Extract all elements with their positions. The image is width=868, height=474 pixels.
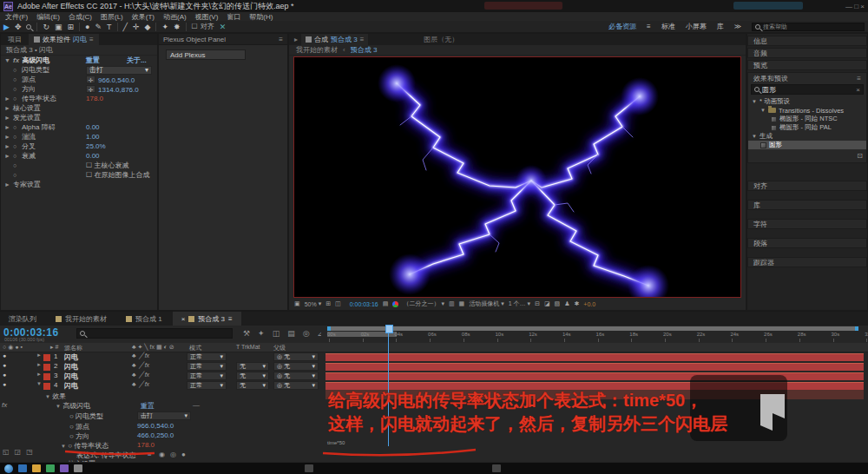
- tree-preset-pal[interactable]: 椭圆形 - 同始 PAL: [748, 123, 866, 132]
- direction-point-button[interactable]: ✛: [86, 85, 95, 93]
- clone-stamp-tool-icon[interactable]: ✛: [133, 22, 140, 32]
- tab-precomp-1[interactable]: 预合成 1: [117, 312, 171, 326]
- lightning-type-dropdown[interactable]: 击打▾: [137, 411, 191, 420]
- origin-value[interactable]: 966.0,540.0: [137, 422, 174, 430]
- conductivity-value[interactable]: 178.0: [86, 95, 103, 102]
- effect-reset-link[interactable]: 重置: [86, 56, 100, 65]
- workspace-essentials[interactable]: 必备资源: [608, 22, 636, 31]
- row-expert-settings[interactable]: ►专家设置: [1, 180, 157, 189]
- taskbar-app-icon[interactable]: [18, 464, 27, 472]
- layer-color-chip[interactable]: [43, 354, 50, 361]
- expand-modes-toggle-icon[interactable]: ◲: [15, 448, 22, 456]
- composition-viewer[interactable]: [293, 56, 741, 298]
- column-parent[interactable]: 父级: [273, 344, 286, 352]
- pan-behind-tool-icon[interactable]: ⊞: [68, 22, 75, 32]
- eraser-tool-icon[interactable]: ◆: [145, 22, 151, 32]
- composition-mini-flowchart-icon[interactable]: ⚒: [243, 329, 250, 338]
- trkmat-dropdown[interactable]: 无▾: [236, 381, 269, 390]
- tab-precomp-3[interactable]: ×预合成 3 ≡: [173, 312, 241, 326]
- tab-composition[interactable]: 合成 预合成 3 ≡: [301, 34, 368, 45]
- timeline-search-input[interactable]: [76, 328, 233, 339]
- row-effects-group[interactable]: ▼ 效果: [45, 392, 66, 401]
- panel-menu-icon[interactable]: ≡: [279, 36, 283, 43]
- grid-options-icon[interactable]: ⊞: [326, 300, 331, 307]
- direction-value[interactable]: 1314.0,876.0: [98, 86, 139, 94]
- trkmat-dropdown[interactable]: 无▾: [236, 362, 269, 371]
- draft-3d-icon[interactable]: ✦: [258, 329, 265, 338]
- origin-point-button[interactable]: ✛: [86, 76, 95, 83]
- mode-dropdown[interactable]: 正常▾: [187, 352, 227, 361]
- workspace-menu-icon[interactable]: ≡: [647, 23, 651, 30]
- effect-about-link[interactable]: 关于...: [127, 56, 147, 65]
- tab-effect-controls[interactable]: 效果控件 闪电 ≡: [29, 34, 99, 45]
- forking-value[interactable]: 25.0%: [86, 142, 106, 150]
- camera-tool-icon[interactable]: ▣: [55, 22, 62, 32]
- zoom-tool-icon[interactable]: [26, 22, 31, 32]
- menu-composition[interactable]: 合成(C): [69, 12, 92, 22]
- column-source-name[interactable]: 源名称: [64, 344, 82, 352]
- viewer-timecode[interactable]: 0:00:03:16: [350, 301, 378, 307]
- trkmat-dropdown[interactable]: 无▾: [236, 372, 269, 380]
- expander-icon[interactable]: ►: [4, 143, 13, 149]
- expression-pickwhip-icon[interactable]: ◎: [170, 451, 176, 458]
- tree-effect-circle[interactable]: 圆形: [748, 141, 866, 149]
- menu-file[interactable]: 文件(F): [5, 12, 28, 22]
- expand-layers-toggle-icon[interactable]: ◱: [3, 448, 10, 456]
- transparency-grid-icon[interactable]: ▦: [459, 300, 465, 307]
- eye-icon[interactable]: ●: [3, 362, 6, 368]
- workspace-overflow-icon[interactable]: ≫: [734, 23, 741, 30]
- layer-row-2[interactable]: ● ► 2 闪电 ♣ ╱ fx 正常▾ 无▾ ◎ 无▾: [0, 362, 868, 372]
- tree-animation-presets[interactable]: ▼* 动画预设: [748, 97, 866, 106]
- row-glow-settings[interactable]: ►发光设置: [1, 113, 157, 122]
- parent-dropdown[interactable]: ◎ 无▾: [273, 381, 319, 390]
- new-folder-icon[interactable]: ⊡: [857, 152, 863, 162]
- fast-preview-icon[interactable]: ◪: [544, 300, 550, 307]
- decay-value[interactable]: 0.00: [86, 152, 100, 160]
- menu-effect[interactable]: 效果(T): [132, 12, 155, 22]
- reset-link[interactable]: 重置: [141, 401, 155, 411]
- column-trkmat[interactable]: T TrkMat: [236, 344, 260, 350]
- direction-value[interactable]: 466.0,250.0: [137, 431, 174, 439]
- panel-menu-icon[interactable]: ≡: [89, 36, 94, 43]
- panel-paragraph[interactable]: 段落: [747, 238, 867, 248]
- layer-color-chip[interactable]: [43, 364, 50, 371]
- eye-icon[interactable]: ●: [3, 352, 6, 359]
- panel-preview[interactable]: 预览: [747, 60, 867, 70]
- workspace-small-screen[interactable]: 小屏幕: [686, 22, 707, 31]
- composite-on-original-checkbox[interactable]: ☐ 在原始图像上合成: [86, 170, 149, 180]
- exposure-gear-icon[interactable]: ✱: [574, 300, 579, 307]
- type-tool-icon[interactable]: T: [107, 22, 112, 32]
- timeline-navigator[interactable]: [327, 326, 858, 331]
- main-core-decay-checkbox[interactable]: ☐ 主核心衰减: [86, 161, 128, 170]
- tree-preset-ntsc[interactable]: 椭圆形 - 同始 NTSC: [748, 115, 866, 123]
- time-ruler[interactable]: 00s02s04s06s08s10s12s14s16s18s20s22s24s2…: [321, 326, 868, 343]
- row-core-settings[interactable]: ►核心设置: [1, 103, 157, 113]
- menu-help[interactable]: 帮助(H): [249, 12, 273, 22]
- panel-menu-icon[interactable]: ≡: [857, 75, 861, 82]
- expand-inout-toggle-icon[interactable]: ◳: [26, 448, 33, 456]
- expander-icon[interactable]: ►: [36, 362, 42, 367]
- hand-tool-icon[interactable]: ✥: [15, 22, 22, 32]
- expander-icon[interactable]: ►: [4, 95, 13, 102]
- layer-duration-bar[interactable]: [326, 353, 864, 361]
- layer-duration-bar[interactable]: [326, 363, 864, 371]
- mode-dropdown[interactable]: 正常▾: [187, 372, 227, 380]
- roto-brush-tool-icon[interactable]: ✦: [161, 22, 168, 32]
- panel-align[interactable]: 对齐: [747, 181, 867, 191]
- effects-search-input[interactable]: 圆形 ×: [751, 84, 864, 95]
- alpha-obstacle-value[interactable]: 0.00: [86, 123, 100, 131]
- help-search-input[interactable]: 搜索帮助: [752, 23, 865, 31]
- menu-edit[interactable]: 编辑(E): [36, 12, 60, 22]
- pixel-aspect-icon[interactable]: ⊟: [535, 300, 540, 307]
- puppet-pin-tool-icon[interactable]: ✸: [174, 22, 181, 32]
- expander-icon[interactable]: ►: [4, 124, 13, 130]
- menu-view[interactable]: 视图(V): [195, 12, 219, 22]
- taskbar-app-icon[interactable]: [492, 464, 501, 472]
- frame-blend-icon[interactable]: ▤: [287, 329, 295, 338]
- tab-layer-panel[interactable]: 图层（无）: [424, 35, 458, 44]
- snapshot-icon[interactable]: ▤: [383, 300, 389, 307]
- tree-generate-category[interactable]: ▼生成: [748, 132, 866, 141]
- layer-color-chip[interactable]: [43, 383, 50, 390]
- taskbar-app-icon[interactable]: [74, 464, 82, 472]
- tree-folder-dissolves[interactable]: ▼ Transitions - Dissolves: [748, 106, 866, 115]
